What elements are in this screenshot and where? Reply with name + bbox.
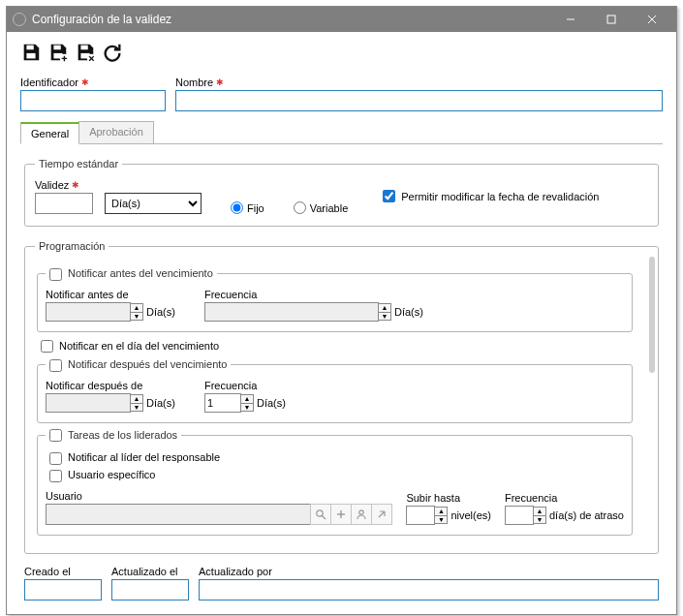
notify-before-input[interactable] xyxy=(46,302,131,322)
user-icon[interactable] xyxy=(351,504,372,525)
svg-rect-9 xyxy=(80,46,87,50)
tab-general[interactable]: General xyxy=(20,122,79,144)
up-to-input[interactable] xyxy=(406,506,435,525)
svg-line-13 xyxy=(323,515,326,519)
spinner[interactable]: ▲▼ xyxy=(130,303,143,321)
scheduling-group: Programación Notificar antes del vencimi… xyxy=(24,240,659,554)
updated-by-label: Actualizado por xyxy=(199,566,659,577)
fixed-radio[interactable] xyxy=(231,201,243,214)
updated-input[interactable] xyxy=(111,579,189,601)
scrollbar-thumb[interactable] xyxy=(649,257,655,373)
tab-approval[interactable]: Aprobación xyxy=(78,121,154,143)
freq-before-label: Frecuencia xyxy=(204,289,423,300)
freq-after-input[interactable] xyxy=(204,393,241,413)
allow-modify-checkbox[interactable] xyxy=(383,190,395,202)
window-frame: Configuración de la validez Identificado… xyxy=(6,6,677,615)
identifier-input[interactable] xyxy=(20,90,166,111)
name-input[interactable] xyxy=(175,90,663,111)
spinner[interactable]: ▲▼ xyxy=(378,303,391,321)
freq-before-input[interactable] xyxy=(204,302,379,322)
std-time-legend: Tiempo estándar xyxy=(35,158,122,169)
spinner[interactable]: ▲▼ xyxy=(434,507,448,524)
notify-after-checkbox[interactable] xyxy=(49,359,62,372)
svg-rect-4 xyxy=(26,46,33,50)
notify-before-label: Notificar antes de xyxy=(46,289,175,300)
svg-point-12 xyxy=(317,509,323,515)
window-title: Configuración de la validez xyxy=(32,13,550,26)
name-label: Nombre xyxy=(175,77,213,88)
leader-tasks-checkbox[interactable] xyxy=(49,429,62,442)
svg-point-16 xyxy=(359,509,363,513)
required-icon: ✱ xyxy=(72,180,79,190)
svg-rect-5 xyxy=(26,53,35,58)
app-icon xyxy=(13,13,26,26)
user-input[interactable] xyxy=(46,504,311,525)
arrow-icon[interactable] xyxy=(371,504,392,525)
minimize-button[interactable] xyxy=(550,7,591,32)
created-label: Creado el xyxy=(24,566,102,577)
required-icon: ✱ xyxy=(81,77,89,87)
identifier-label: Identificador xyxy=(20,77,78,88)
search-user-icon[interactable] xyxy=(310,504,331,525)
variable-radio[interactable] xyxy=(294,201,306,214)
notify-after-group: Notificar después del vencimiento Notifi… xyxy=(37,358,633,423)
spinner[interactable]: ▲▼ xyxy=(533,507,546,524)
notify-leader-checkbox[interactable] xyxy=(49,452,62,465)
maximize-button[interactable] xyxy=(591,7,632,32)
required-icon: ✱ xyxy=(216,77,224,87)
user-label: Usuario xyxy=(46,490,392,502)
title-bar: Configuración de la validez xyxy=(7,7,676,32)
scheduling-legend: Programación xyxy=(35,240,109,252)
freq-leader-label: Frecuencia xyxy=(505,492,624,504)
save-button[interactable] xyxy=(20,42,42,63)
notify-before-checkbox[interactable] xyxy=(49,268,62,281)
created-input[interactable] xyxy=(24,579,102,601)
notify-onday-checkbox[interactable] xyxy=(41,340,53,353)
validity-unit-select[interactable]: Día(s) xyxy=(105,193,202,214)
close-button[interactable] xyxy=(632,7,672,32)
toolbar xyxy=(20,40,663,71)
svg-rect-6 xyxy=(53,46,60,50)
add-user-icon[interactable] xyxy=(330,504,352,525)
up-to-label: Subir hasta xyxy=(406,492,491,504)
notify-after-label: Notificar después de xyxy=(46,380,175,391)
freq-after-label: Frecuencia xyxy=(204,380,286,391)
updated-by-input[interactable] xyxy=(199,579,659,601)
specific-user-checkbox[interactable] xyxy=(49,470,62,482)
notify-after-input[interactable] xyxy=(46,393,131,413)
refresh-button[interactable] xyxy=(102,42,123,63)
save-new-button[interactable] xyxy=(47,42,69,63)
spinner[interactable]: ▲▼ xyxy=(240,394,254,412)
freq-leader-input[interactable] xyxy=(505,506,534,525)
save-close-button[interactable] xyxy=(75,42,96,63)
updated-label: Actualizado el xyxy=(111,566,189,577)
svg-rect-1 xyxy=(607,15,615,23)
std-time-group: Tiempo estándar Validez✱ Día(s) Fijo Var… xyxy=(24,158,659,227)
validity-label: Validez xyxy=(35,179,69,191)
leader-tasks-group: Tareas de los liderados Notificar al líd… xyxy=(37,429,633,536)
validity-input[interactable] xyxy=(35,193,93,214)
spinner[interactable]: ▲▼ xyxy=(130,394,143,412)
notify-before-group: Notificar antes del vencimiento Notifica… xyxy=(37,267,633,332)
